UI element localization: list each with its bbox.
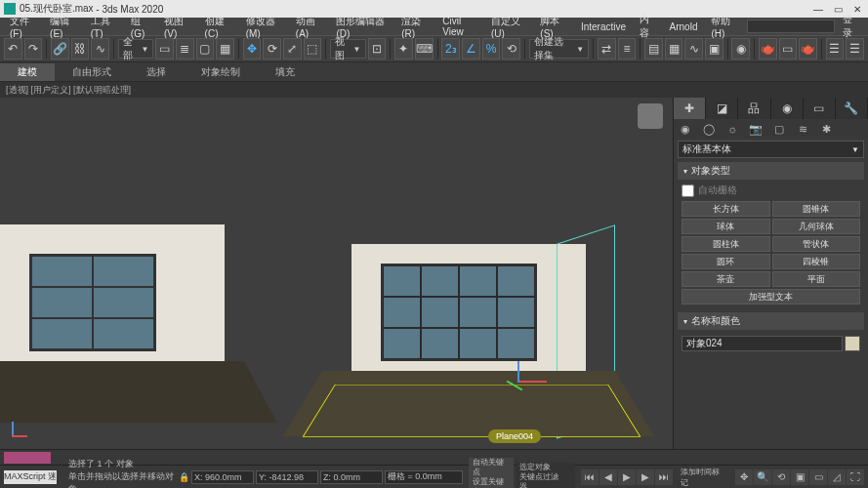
modify-tab[interactable]: ◪ <box>706 98 738 119</box>
named-sel-set-dropdown[interactable]: 创建选择集▼ <box>529 39 589 59</box>
scale-button[interactable]: ⤢ <box>283 38 302 60</box>
toggle-ribbon-button[interactable]: ▦ <box>665 38 683 60</box>
manipulate-button[interactable]: ✦ <box>394 38 413 60</box>
orbit-button[interactable]: ⟲ <box>772 469 790 485</box>
viewcube[interactable] <box>638 103 663 129</box>
textplus-button[interactable]: 加强型文本 <box>682 289 860 305</box>
object-color-swatch[interactable] <box>845 336 860 351</box>
zoom-region-button[interactable]: ▭ <box>809 469 827 485</box>
teapot-button[interactable]: 茶壶 <box>682 271 770 287</box>
shapes-subtab[interactable]: ◯ <box>697 119 721 139</box>
ribbon-populate[interactable]: 填充 <box>258 63 312 81</box>
menu-help[interactable]: 帮助(H) <box>705 14 744 40</box>
keyboard-shortcut-button[interactable]: ⌨ <box>415 38 434 60</box>
hierarchy-tab[interactable]: 品 <box>738 98 770 119</box>
user-login[interactable]: 登录 <box>837 13 865 40</box>
systems-subtab[interactable]: ✱ <box>814 119 838 139</box>
primitive-category-dropdown[interactable]: 标准基本体▼ <box>678 141 864 158</box>
move-gizmo[interactable] <box>517 361 566 410</box>
menu-search-input[interactable] <box>747 20 835 33</box>
keyfilter-button[interactable]: 关键点过滤器... <box>516 472 574 489</box>
menu-create[interactable]: 创建(C) <box>199 14 238 40</box>
lock-selection-icon[interactable]: 🔒 <box>179 472 189 482</box>
play-button[interactable]: ▶ <box>618 469 636 485</box>
window-crossing-button[interactable]: ▦ <box>216 38 234 60</box>
ribbon-freeform[interactable]: 自由形式 <box>55 63 129 81</box>
undo-button[interactable]: ↶ <box>4 38 22 60</box>
link-button[interactable]: 🔗 <box>51 38 69 60</box>
render-setup-button[interactable]: 🫖 <box>759 38 777 60</box>
angle-snap-button[interactable]: ∠ <box>462 38 480 60</box>
motion-tab[interactable]: ◉ <box>771 98 804 119</box>
setkey-button[interactable]: 设置关键点 <box>469 477 514 489</box>
display-tab[interactable]: ▭ <box>804 98 836 119</box>
ribbon-modeling[interactable]: 建模 <box>0 63 55 81</box>
viewport-label[interactable]: [透视] [用户定义] [默认明暗处理] <box>6 84 131 97</box>
snap-toggle-button[interactable]: 2₃ <box>441 38 460 60</box>
render-frame-button[interactable]: ▭ <box>779 38 798 60</box>
percent-snap-button[interactable]: % <box>482 38 501 60</box>
menu-edit[interactable]: 编辑(E) <box>44 14 83 40</box>
create-tab[interactable]: ✚ <box>674 98 706 119</box>
time-slider-thumb[interactable] <box>4 452 51 464</box>
selected-dd[interactable]: 选定对象 <box>516 463 574 472</box>
bind-button[interactable]: ∿ <box>91 38 109 60</box>
torus-button[interactable]: 圆环 <box>682 254 770 269</box>
lights-subtab[interactable]: ☼ <box>721 119 744 139</box>
menu-civil[interactable]: Civil View <box>436 15 483 38</box>
cameras-subtab[interactable]: 📷 <box>744 119 767 139</box>
zoom-button[interactable]: 🔍 <box>754 469 771 485</box>
object-name-input[interactable] <box>682 336 843 351</box>
zoom-extents-button[interactable]: ▣ <box>791 469 808 485</box>
minimize-button[interactable]: — <box>811 4 825 15</box>
menu-interactive[interactable]: Interactive <box>575 20 632 33</box>
selection-filter-dropdown[interactable]: 全部▼ <box>118 39 154 59</box>
select-name-button[interactable]: ≣ <box>176 38 194 60</box>
menu-modifiers[interactable]: 修改器(M) <box>240 14 288 40</box>
next-frame-button[interactable]: ▶ <box>637 469 654 485</box>
align-button[interactable]: ≡ <box>618 38 637 60</box>
spinner-snap-button[interactable]: ⟲ <box>502 38 520 60</box>
rollout-object-type[interactable]: ▾对象类型 <box>678 162 864 180</box>
cone-button[interactable]: 圆锥体 <box>772 201 861 217</box>
coord-z[interactable]: Z: 0.0mm <box>320 470 383 484</box>
ribbon-objpaint[interactable]: 对象绘制 <box>184 63 258 81</box>
sphere-button[interactable]: 球体 <box>682 219 770 234</box>
coord-y[interactable]: Y: -8412.98 <box>256 470 318 484</box>
ribbon-selection[interactable]: 选择 <box>129 63 184 81</box>
open-ae-button[interactable]: ☰ <box>826 38 845 60</box>
menu-file[interactable]: 文件(F) <box>4 14 42 40</box>
schematic-view-button[interactable]: ▣ <box>705 38 723 60</box>
unlink-button[interactable]: ⛓ <box>71 38 90 60</box>
menu-content[interactable]: 内容 <box>634 12 662 41</box>
move-button[interactable]: ✥ <box>243 38 262 60</box>
menu-views[interactable]: 视图(V) <box>158 14 197 40</box>
ref-coord-dropdown[interactable]: 视图▼ <box>330 39 366 59</box>
curve-editor-button[interactable]: ∿ <box>684 38 703 60</box>
plane-button[interactable]: 平面 <box>772 271 861 287</box>
layer-explorer-button[interactable]: ▤ <box>644 38 663 60</box>
mirror-button[interactable]: ⇄ <box>598 38 616 60</box>
prev-frame-button[interactable]: ◀ <box>599 469 617 485</box>
geosphere-button[interactable]: 几何球体 <box>772 219 861 234</box>
rotate-button[interactable]: ⟳ <box>263 38 281 60</box>
tube-button[interactable]: 管状体 <box>772 236 861 252</box>
cylinder-button[interactable]: 圆柱体 <box>682 236 770 252</box>
menu-render[interactable]: 渲染(R) <box>395 14 434 40</box>
menu-animation[interactable]: 动画(A) <box>290 14 329 40</box>
open-ae2-button[interactable]: ☰ <box>846 38 864 60</box>
pan-view-button[interactable]: ✥ <box>735 469 753 485</box>
coord-x[interactable]: X: 960.0mm <box>191 470 254 484</box>
select-object-button[interactable]: ▭ <box>155 38 174 60</box>
maxscript-listener[interactable]: MAXScript 迷 <box>4 470 57 484</box>
use-pivot-button[interactable]: ⊡ <box>368 38 387 60</box>
box-button[interactable]: 长方体 <box>682 201 770 217</box>
utilities-tab[interactable]: 🔧 <box>836 98 868 119</box>
perspective-viewport[interactable]: Plane004 <box>0 98 673 449</box>
autokey-button[interactable]: 自动关键点 <box>469 458 514 477</box>
menu-arnold[interactable]: Arnold <box>664 20 704 33</box>
spacewarps-subtab[interactable]: ≋ <box>791 119 814 139</box>
placement-button[interactable]: ⬚ <box>304 38 322 60</box>
goto-end-button[interactable]: ⏭ <box>655 469 673 485</box>
add-time-tag[interactable]: 添加时间标记 <box>677 467 729 488</box>
